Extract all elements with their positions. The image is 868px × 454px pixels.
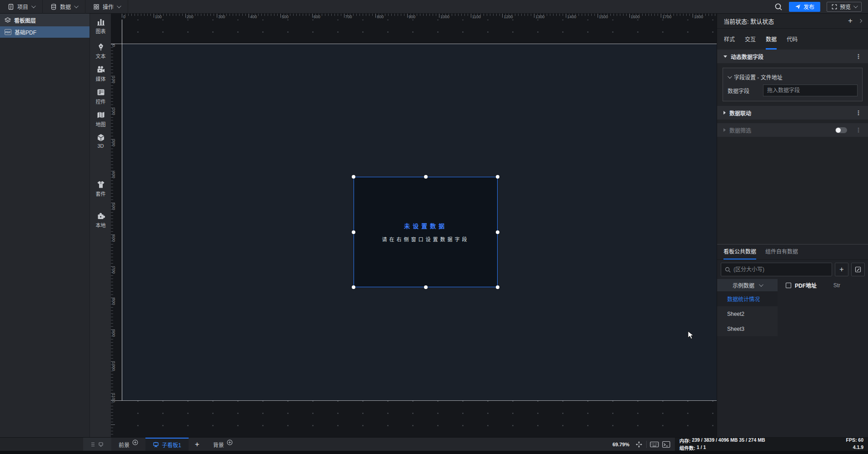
dock-item-3d[interactable]: 3D (90, 133, 111, 149)
layers-icon (5, 17, 11, 23)
resize-handle[interactable] (352, 175, 355, 179)
kebab-menu-icon[interactable]: ⋮ (855, 53, 862, 60)
dock-item-text[interactable]: 文本 (90, 42, 111, 60)
tab-subboard-1[interactable]: 子看板1 (145, 438, 189, 451)
triangle-down-icon (723, 55, 727, 58)
terminal-icon[interactable] (662, 441, 670, 448)
inspector-tab[interactable]: 数据 (766, 29, 777, 50)
data-search-row: + (717, 260, 868, 279)
fullscreen-icon (832, 4, 837, 10)
sheet-source-label: 示例数据 (733, 281, 754, 289)
tab-component-own-data[interactable]: 组件自有数据 (765, 247, 798, 259)
ruler-label: 700 (345, 15, 352, 19)
menu-data-label: 数据 (60, 3, 71, 10)
layer-item-pdf[interactable]: PDF 基础PDF (0, 26, 90, 38)
section-data-filter[interactable]: 数据筛选 ⋮ (717, 123, 868, 137)
fps-label: FPS: (846, 437, 857, 443)
resize-handle[interactable] (424, 285, 428, 289)
tab-foreground-label: 前景 (119, 441, 130, 449)
design-canvas[interactable]: 0100200300400500600700800900100011001200… (111, 14, 717, 437)
ruler-label: 1300 (535, 15, 544, 19)
kebab-menu-icon[interactable]: ⋮ (855, 109, 862, 116)
statusbar-left-pad (0, 438, 83, 451)
menu-project[interactable]: 项目 (0, 0, 43, 14)
sheet-tab[interactable]: Sheet3 (717, 321, 778, 336)
sheet-header-row: 示例数据 PDF地址 Str (717, 279, 868, 291)
inspector-tab[interactable]: 交互 (745, 29, 756, 50)
memory-value: 239 / 3839 / 4096 MB 35 / 274 MB (692, 437, 765, 444)
puzzle-icon (96, 211, 105, 220)
edit-data-button[interactable] (851, 263, 865, 276)
layers-panel: 看板图层 PDF 基础PDF (0, 14, 90, 437)
keyboard-icon[interactable] (650, 441, 659, 448)
tshirt-icon (96, 180, 105, 189)
list-icon[interactable] (91, 442, 96, 447)
preview-button[interactable]: 预览 (827, 2, 862, 12)
data-field-row[interactable]: PDF地址 Str (778, 279, 868, 291)
section-data-linkage[interactable]: 数据联动 ⋮ (717, 106, 868, 120)
add-circle-icon[interactable] (227, 439, 233, 445)
kebab-menu-icon[interactable]: ⋮ (855, 126, 862, 134)
resize-handle[interactable] (352, 230, 355, 234)
add-data-button[interactable]: + (835, 263, 848, 276)
dock-item-label: 本地 (96, 221, 106, 229)
dock-item-charts[interactable]: 图表 (90, 17, 111, 35)
board-bottom-edge (111, 400, 717, 401)
search-icon[interactable] (774, 3, 783, 11)
sheet-tab[interactable]: 数据统计情况 (717, 291, 778, 306)
tab-foreground[interactable]: 前景 (111, 438, 145, 451)
dock-item-widgets[interactable]: 控件 (90, 88, 111, 105)
tab-board-public-data[interactable]: 看板公共数据 (723, 247, 756, 259)
ruler-label: 800 (377, 15, 384, 19)
ruler-label: 400 (111, 171, 116, 178)
ruler-label: 200 (187, 15, 194, 19)
board-top-edge (111, 44, 717, 44)
horizontal-ruler: 0100200300400500600700800900100011001200… (111, 14, 717, 20)
resize-handle[interactable] (496, 175, 499, 179)
resize-handle[interactable] (352, 285, 355, 289)
field-settings-box: 字段设置 - 文件地址 数据字段 (723, 68, 863, 101)
data-search-box[interactable] (721, 263, 832, 276)
canvas-dot-grid (116, 401, 717, 433)
field-checkbox[interactable] (786, 283, 791, 288)
search-icon (725, 267, 731, 273)
sheet-source-dropdown[interactable]: 示例数据 (717, 279, 778, 291)
filter-toggle-off[interactable] (835, 127, 847, 133)
publish-button[interactable]: 发布 (789, 2, 820, 12)
inspector-tab[interactable]: 样式 (724, 29, 735, 50)
section-dynamic-fields[interactable]: 动态数据字段 ⋮ (717, 50, 868, 63)
zoom-level[interactable]: 69.79% (613, 438, 629, 451)
add-subboard-button[interactable]: + (189, 438, 206, 451)
ruler-label: 900 (111, 330, 116, 337)
resize-handle[interactable] (496, 285, 499, 289)
fit-screen-icon[interactable] (635, 440, 643, 449)
current-state-row: 当前状态: 默认状态 + (717, 14, 868, 29)
sheet-tab[interactable]: Sheet2 (717, 306, 778, 321)
ruler-label: 1600 (631, 15, 640, 19)
data-search-input[interactable] (733, 266, 828, 273)
inspector-tab[interactable]: 代码 (787, 29, 798, 50)
layer-item-label: 基础PDF (15, 28, 36, 36)
chevron-down-icon (759, 282, 763, 287)
widget-list-icon (96, 88, 105, 97)
chevron-right-icon[interactable] (858, 19, 862, 23)
menu-actions[interactable]: 操作 (85, 0, 128, 14)
dock-item-map[interactable]: 地图 (90, 110, 111, 128)
menu-data[interactable]: 数据 (43, 0, 85, 14)
dock-item-kit[interactable]: 套件 (90, 180, 111, 197)
edit-pencil-icon (855, 266, 861, 273)
selected-component-pdf[interactable]: 未设置数据 请在右侧窗口设置数据字段 (354, 177, 498, 287)
add-state-button[interactable]: + (848, 16, 853, 25)
tab-background-label: 背景 (213, 441, 224, 449)
tab-background[interactable]: 背景 (206, 438, 240, 451)
field-type: Str (833, 282, 840, 289)
resize-handle[interactable] (496, 230, 499, 234)
resize-handle[interactable] (424, 175, 428, 179)
data-field-input[interactable] (763, 85, 858, 96)
inspector-panel: 当前状态: 默认状态 + 样式交互数据代码 动态数据字段 ⋮ 字段设置 - 文件… (717, 14, 868, 437)
board-small-icon[interactable] (98, 442, 104, 447)
dock-item-media[interactable]: 媒体 (90, 65, 111, 82)
dock-item-local[interactable]: 本地 (90, 211, 111, 229)
field-settings-header[interactable]: 字段设置 - 文件地址 (728, 72, 858, 82)
add-circle-icon[interactable] (132, 439, 138, 445)
